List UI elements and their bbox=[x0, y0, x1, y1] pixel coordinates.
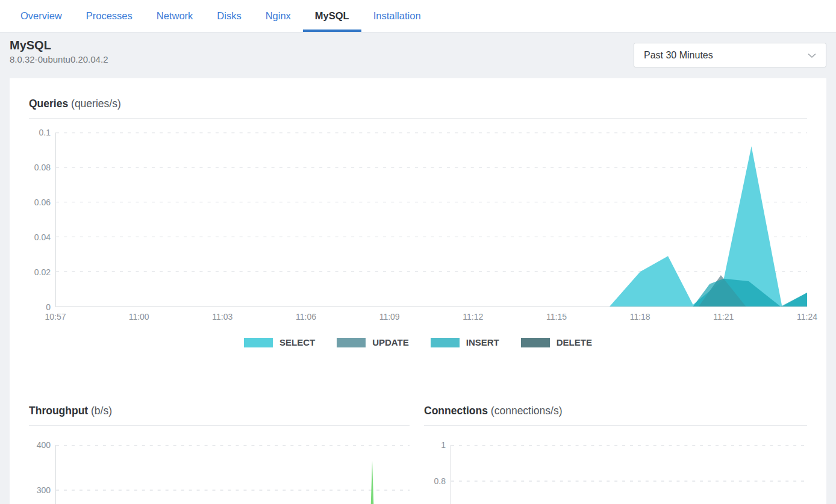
chevron-down-icon bbox=[806, 50, 817, 61]
legend-swatch-insert bbox=[431, 338, 460, 347]
throughput-units-text: (b/s) bbox=[91, 405, 112, 417]
y-tick-label: 0.08 bbox=[34, 163, 51, 172]
x-tick-label: 11:24 bbox=[797, 312, 817, 322]
y-tick-label: 0.04 bbox=[34, 232, 51, 242]
tab-overview[interactable]: Overview bbox=[8, 0, 74, 32]
tab-network[interactable]: Network bbox=[145, 0, 205, 32]
throughput-section: Throughput (b/s) 400300 bbox=[29, 405, 410, 504]
throughput-y-axis: 400300 bbox=[29, 445, 55, 504]
x-tick-label: 11:12 bbox=[463, 312, 483, 322]
tab-nginx[interactable]: Nginx bbox=[254, 0, 303, 32]
legend-label: SELECT bbox=[279, 337, 315, 347]
queries-y-axis: 0.10.080.060.040.020 bbox=[29, 132, 55, 307]
y-tick-label: 0.02 bbox=[34, 267, 51, 277]
metrics-card: Queries (queries/s) 0.10.080.060.040.020… bbox=[10, 78, 826, 504]
series-area-insert bbox=[56, 279, 807, 306]
series-area-select bbox=[56, 146, 807, 306]
queries-units-text: (queries/s) bbox=[71, 98, 121, 110]
connections-chart: 10.8 bbox=[424, 445, 807, 504]
tab-mysql[interactable]: MySQL bbox=[303, 0, 361, 32]
y-tick-label: 400 bbox=[37, 440, 51, 450]
tab-bar: OverviewProcessesNetworkDisksNginxMySQLI… bbox=[0, 0, 836, 33]
x-tick-label: 11:03 bbox=[212, 312, 232, 322]
legend-swatch-update bbox=[337, 338, 366, 347]
y-tick-label: 0.8 bbox=[434, 476, 446, 486]
connections-y-axis: 10.8 bbox=[424, 445, 451, 504]
section-divider bbox=[29, 425, 410, 426]
page-header: MySQL 8.0.32-0ubuntu0.20.04.2 Past 30 Mi… bbox=[0, 33, 836, 78]
connections-units-text: (connections/s) bbox=[491, 405, 563, 417]
queries-title-text: Queries bbox=[29, 98, 68, 110]
y-tick-label: 300 bbox=[37, 485, 51, 495]
connections-section-title: Connections (connections/s) bbox=[424, 405, 807, 417]
connections-section: Connections (connections/s) 10.8 bbox=[424, 405, 807, 504]
connections-title-text: Connections bbox=[424, 405, 488, 417]
legend-label: UPDATE bbox=[372, 337, 409, 347]
x-tick-label: 11:18 bbox=[630, 312, 650, 322]
throughput-chart: 400300 bbox=[29, 445, 410, 504]
tab-installation[interactable]: Installation bbox=[361, 0, 433, 32]
queries-x-axis: 10:5711:0011:0311:0611:0911:1211:1511:18… bbox=[55, 312, 807, 325]
legend-item-update[interactable]: UPDATE bbox=[337, 337, 409, 347]
tab-disks[interactable]: Disks bbox=[205, 0, 253, 32]
queries-chart: 0.10.080.060.040.020 bbox=[29, 132, 807, 307]
legend-item-delete[interactable]: DELETE bbox=[521, 337, 592, 347]
time-range-select[interactable]: Past 30 Minutes bbox=[634, 43, 826, 67]
x-tick-label: 10:57 bbox=[45, 312, 66, 322]
legend-swatch-delete bbox=[521, 338, 550, 347]
legend-label: INSERT bbox=[466, 337, 499, 347]
y-tick-label: 0.06 bbox=[34, 198, 51, 207]
bottom-charts-row: Throughput (b/s) 400300 Connections (con… bbox=[29, 405, 807, 504]
section-divider bbox=[424, 425, 807, 426]
y-tick-label: 0 bbox=[46, 302, 51, 312]
throughput-title-text: Throughput bbox=[29, 405, 88, 417]
y-tick-label: 0.1 bbox=[39, 128, 51, 137]
legend-item-select[interactable]: SELECT bbox=[244, 337, 315, 347]
y-tick-label: 1 bbox=[441, 440, 446, 450]
series-area-update bbox=[56, 275, 807, 306]
x-tick-label: 11:15 bbox=[546, 312, 567, 322]
legend-label: DELETE bbox=[557, 337, 592, 347]
x-tick-label: 11:00 bbox=[129, 312, 149, 322]
time-range-value: Past 30 Minutes bbox=[644, 50, 806, 61]
throughput-plot-area[interactable] bbox=[55, 445, 410, 504]
tab-processes[interactable]: Processes bbox=[74, 0, 145, 32]
queries-plot-area[interactable] bbox=[55, 132, 807, 307]
connections-plot-area[interactable] bbox=[451, 445, 807, 504]
x-tick-label: 11:21 bbox=[713, 312, 734, 322]
legend-swatch-select bbox=[244, 338, 273, 347]
queries-section-title: Queries (queries/s) bbox=[29, 98, 807, 110]
throughput-section-title: Throughput (b/s) bbox=[29, 405, 410, 417]
x-tick-label: 11:06 bbox=[296, 312, 316, 322]
section-divider bbox=[29, 118, 807, 119]
series-area-throughput bbox=[56, 461, 410, 504]
x-tick-label: 11:09 bbox=[379, 312, 400, 322]
legend-item-insert[interactable]: INSERT bbox=[431, 337, 499, 347]
queries-legend: SELECTUPDATEINSERTDELETE bbox=[29, 337, 807, 347]
